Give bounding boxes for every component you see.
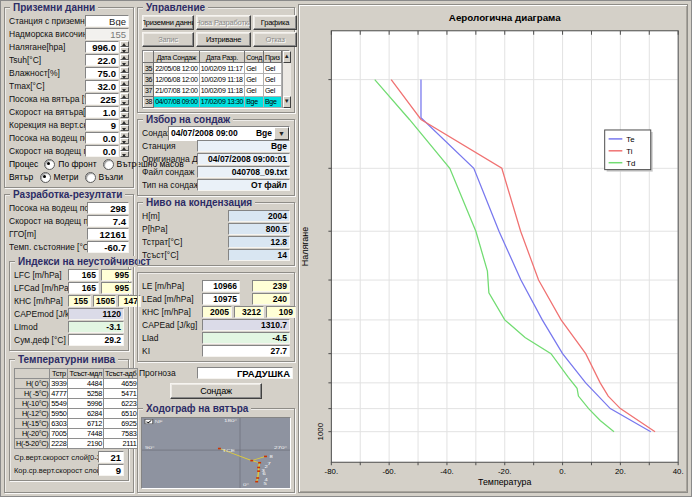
column-header[interactable]: Дата Сондаж bbox=[154, 52, 200, 63]
field-row: Ср.верт.скорост слой[0-20][m/s]21 bbox=[14, 451, 124, 463]
index-value: 27.7 bbox=[202, 345, 290, 357]
table-cell[interactable]: 10/02/09 11:18 bbox=[199, 74, 245, 85]
field-value[interactable]: 0.0 bbox=[85, 132, 119, 144]
index-label: CAPEad [J/kg] bbox=[142, 320, 202, 330]
field-label: Станция с приземни данни bbox=[9, 16, 85, 26]
table-cell[interactable]: 21/07/08 12:00 bbox=[154, 85, 200, 96]
column-header: Тстр bbox=[50, 369, 68, 379]
hodograph-point bbox=[258, 462, 261, 464]
table-cell[interactable]: Gel bbox=[263, 85, 281, 96]
spinner[interactable] bbox=[120, 80, 129, 92]
field-value[interactable]: 225 bbox=[85, 93, 119, 105]
table-cell[interactable]: 10/02/09 11:17 bbox=[199, 63, 245, 74]
spinner[interactable] bbox=[120, 67, 129, 79]
index-value: 1120 bbox=[68, 308, 124, 320]
field-value[interactable]: 996.0 bbox=[85, 41, 119, 53]
column-header[interactable]: Дата Разр. bbox=[199, 52, 245, 63]
field-label: Тип на сондажа bbox=[142, 180, 197, 190]
spin-down-icon[interactable] bbox=[120, 112, 129, 118]
column-header[interactable]: Приз bbox=[263, 52, 281, 63]
spinner[interactable] bbox=[120, 54, 129, 66]
table-row: H(-10°C)554959966223 bbox=[15, 399, 138, 409]
index-label: LImod bbox=[14, 322, 68, 332]
radio-unselected[interactable] bbox=[103, 159, 114, 170]
spinner[interactable] bbox=[120, 132, 129, 144]
spin-down-icon[interactable] bbox=[120, 151, 129, 157]
table-cell[interactable]: 12/06/08 12:00 bbox=[154, 74, 200, 85]
table-cell[interactable]: Gel bbox=[245, 63, 264, 74]
radio-selected[interactable] bbox=[40, 172, 51, 183]
table-cell[interactable]: Bge bbox=[245, 96, 264, 107]
table-cell[interactable]: Gel bbox=[245, 85, 264, 96]
row-number[interactable]: 37 bbox=[144, 85, 154, 96]
spin-down-icon[interactable] bbox=[120, 125, 129, 131]
table-row[interactable]: 3612/06/08 12:0010/02/09 11:18GelGel bbox=[144, 74, 282, 85]
cell-value: 6223 bbox=[103, 399, 137, 409]
spinner[interactable] bbox=[120, 106, 129, 118]
index-value: 1505 bbox=[93, 295, 116, 307]
table-cell[interactable]: Gel bbox=[263, 74, 281, 85]
row-number[interactable]: 38 bbox=[144, 96, 154, 107]
index-value: 165 bbox=[68, 269, 99, 281]
field-value[interactable]: 9 bbox=[85, 119, 119, 131]
index-row: CAPEad [J/kg]1310.7 bbox=[142, 319, 290, 331]
index-label: КНС [m/hPa] bbox=[14, 296, 68, 306]
field-value[interactable]: 0.0 bbox=[85, 145, 119, 157]
forecast-value: ГРАДУШКА bbox=[197, 367, 293, 379]
axis-label-180: 180° bbox=[224, 419, 237, 423]
hodograph-layer-checkbox[interactable] bbox=[145, 420, 153, 424]
row-label: H( -5°C) bbox=[15, 389, 50, 399]
index-cells: 27.7 bbox=[202, 345, 290, 357]
index-row: LE [m/hPa]10966239 bbox=[142, 280, 290, 292]
developments-table-wrap: Дата СондажДата Разр.СондПриз3522/05/08 … bbox=[142, 50, 290, 109]
index-label: KI bbox=[142, 346, 202, 356]
index-label: LFC [m/hPa] bbox=[14, 270, 68, 280]
spin-down-icon[interactable] bbox=[120, 138, 129, 144]
field-value[interactable]: 75.0 bbox=[85, 67, 119, 79]
table-cell[interactable]: 22/05/08 12:00 bbox=[154, 63, 200, 74]
scroll-down-icon[interactable]: ▼ bbox=[283, 96, 291, 108]
management-button-1[interactable]: Приземни данни bbox=[142, 15, 194, 30]
table-scrollbar[interactable]: ▲ ▼ bbox=[282, 51, 291, 108]
combo-dropdown-icon[interactable]: ▼ bbox=[274, 127, 289, 140]
sounding-combo[interactable]: 04/07/2008 09:00 Bge ▼ bbox=[168, 126, 290, 141]
column-header[interactable]: Сонд bbox=[245, 52, 264, 63]
spin-down-icon[interactable] bbox=[120, 86, 129, 92]
cell-value: 7005 bbox=[50, 429, 68, 439]
field-label: Tsuh[°C] bbox=[9, 55, 85, 65]
spin-down-icon[interactable] bbox=[120, 99, 129, 105]
row-number[interactable]: 36 bbox=[144, 74, 154, 85]
spinner[interactable] bbox=[120, 145, 129, 157]
spinner[interactable] bbox=[120, 41, 129, 53]
spin-down-icon[interactable] bbox=[120, 73, 129, 79]
management-button-5[interactable]: Изтриване bbox=[196, 32, 251, 47]
spinner[interactable] bbox=[120, 119, 129, 131]
scroll-up-icon[interactable]: ▲ bbox=[283, 51, 291, 63]
field-value[interactable]: 1.0 bbox=[85, 106, 119, 118]
field-label: Tmax[°C] bbox=[9, 81, 85, 91]
table-row[interactable]: 3721/07/08 12:0010/02/09 11:18GelGel bbox=[144, 85, 282, 96]
column-header[interactable] bbox=[144, 52, 154, 63]
field-value[interactable]: 22.0 bbox=[85, 54, 119, 66]
table-cell[interactable]: Gel bbox=[245, 74, 264, 85]
table-cell[interactable]: 04/07/08 09:00 bbox=[154, 96, 200, 107]
row-number[interactable]: 35 bbox=[144, 63, 154, 74]
spinner[interactable] bbox=[120, 93, 129, 105]
sounding-button[interactable]: Сондаж bbox=[170, 383, 262, 399]
field-value[interactable]: 32.0 bbox=[85, 80, 119, 92]
table-cell[interactable]: 10/02/09 11:18 bbox=[199, 85, 245, 96]
radio-unselected[interactable] bbox=[85, 172, 96, 183]
table-cell[interactable]: Gel bbox=[263, 63, 281, 74]
spin-down-icon[interactable] bbox=[120, 47, 129, 53]
spin-down-icon[interactable] bbox=[120, 60, 129, 66]
table-cell[interactable]: Bge bbox=[263, 96, 281, 107]
management-button-3[interactable]: Графика bbox=[253, 15, 297, 30]
field-label: P[hPa] bbox=[142, 224, 228, 234]
radio-row: ПроцесПо фронтВътрешно масов bbox=[9, 158, 129, 170]
radio-selected[interactable] bbox=[44, 159, 55, 170]
table-row[interactable]: 3522/05/08 12:0010/02/09 11:17GelGel bbox=[144, 63, 282, 74]
table-cell[interactable]: 17/02/09 13:30 bbox=[199, 96, 245, 107]
legend-label-td: Td bbox=[626, 159, 635, 168]
cell-value: 2228 bbox=[50, 439, 68, 449]
table-row[interactable]: 3804/07/08 09:0017/02/09 13:30BgeBge bbox=[144, 96, 282, 107]
